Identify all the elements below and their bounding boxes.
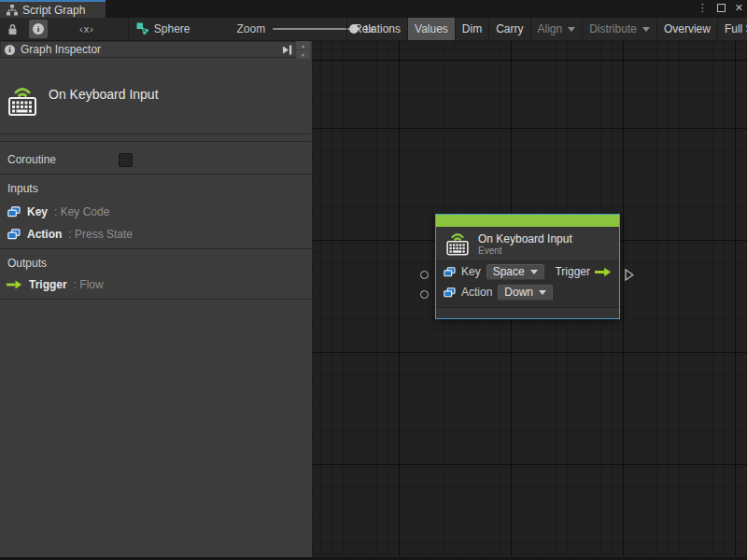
keyboard-event-icon [445, 231, 470, 257]
node-subtitle: Event [478, 245, 572, 256]
overview-button[interactable]: Overview [657, 18, 718, 40]
inspector-scroller: ▲ ▼ [296, 41, 310, 59]
coroutine-row: Coroutine [0, 146, 313, 174]
info-icon: i [5, 45, 15, 55]
event-title-section: On Keyboard Input [0, 60, 313, 142]
flow-arrow-icon [7, 280, 22, 289]
button-label: Full Screen [725, 22, 747, 35]
event-accent-strip [436, 215, 619, 227]
trigger-output[interactable]: Trigger [555, 265, 612, 278]
zoom-slider[interactable] [273, 28, 355, 30]
input-port-row: Key : Key Code [0, 202, 313, 222]
button-label: Carry [496, 22, 523, 35]
key-port-label: Key [461, 265, 481, 278]
graph-inspector-title: Graph Inspector [21, 43, 276, 56]
node-port-rows: Key Space Trigger Actio [436, 261, 619, 307]
coroutine-checkbox[interactable] [119, 153, 133, 167]
divider [0, 174, 313, 175]
node-header[interactable]: On Keyboard Input Event [436, 227, 619, 261]
input-port-row: Action : Press State [0, 224, 313, 245]
tab-script-graph[interactable]: Script Graph [0, 0, 106, 18]
key-dropdown[interactable]: Space [486, 264, 544, 280]
port-type: : Key Code [54, 205, 109, 218]
button-label: Values [415, 22, 448, 35]
action-dropdown-value: Down [504, 286, 533, 299]
inputs-heading: Inputs [7, 182, 38, 195]
port-name: Trigger [29, 278, 67, 291]
close-icon[interactable]: ✕ [735, 2, 743, 14]
divider [0, 299, 313, 300]
port-name: Action [27, 228, 62, 241]
button-label: Distribute [589, 22, 637, 35]
tab-label: Script Graph [22, 4, 85, 17]
action-port-row: Action Down [436, 282, 619, 302]
key-port-row: Key Space Trigger [436, 261, 619, 282]
value-port-icon [444, 267, 456, 277]
port-name: Key [27, 205, 48, 218]
button-label: Relations [354, 22, 401, 35]
toolbar-separator [128, 18, 129, 40]
distribute-button[interactable]: Distribute [583, 18, 657, 40]
value-port-icon [7, 229, 21, 240]
action-port-label: Action [461, 286, 492, 299]
graph-hierarchy-icon [7, 5, 18, 16]
flow-arrow-icon [595, 267, 612, 277]
toolbar-buttons: Relations Values Dim Carry Align Distrib… [346, 18, 747, 40]
event-title: On Keyboard Input [49, 87, 159, 102]
scroll-down-button[interactable]: ▼ [296, 50, 310, 59]
value-port-icon [7, 206, 21, 217]
toolbar-left: i ‹x› Sphere Zoom [0, 18, 374, 40]
dim-button[interactable]: Dim [456, 18, 489, 40]
port-type: : Press State [68, 228, 133, 241]
chevron-down-icon [568, 27, 575, 32]
window-controls: ⋮ ✕ [698, 0, 743, 16]
graph-target-button[interactable]: Sphere [133, 20, 194, 38]
carry-button[interactable]: Carry [489, 18, 530, 40]
maximize-icon[interactable] [717, 4, 726, 12]
keyboard-event-icon [7, 84, 37, 118]
inputs-heading-row: Inputs [0, 177, 313, 200]
menu-icon[interactable]: ⋮ [698, 2, 708, 14]
lock-button[interactable] [4, 20, 21, 38]
graph-toolbar: i ‹x› Sphere Zoom [0, 18, 747, 41]
info-icon: i [33, 23, 44, 35]
graph-inspector-header: i Graph Inspector [0, 41, 297, 58]
inspector-toggle-button[interactable]: i [29, 20, 48, 38]
dock-panel-icon[interactable] [282, 45, 292, 55]
on-keyboard-input-node[interactable]: On Keyboard Input Event Key Space Trigge… [435, 214, 620, 319]
trigger-label: Trigger [555, 265, 590, 278]
code-icon: ‹x› [79, 23, 94, 35]
tab-bar: Script Graph ⋮ ✕ [0, 0, 747, 18]
chevron-down-icon [642, 27, 650, 32]
script-graph-asset-icon [136, 22, 149, 35]
values-button[interactable]: Values [408, 18, 456, 40]
button-label: Overview [664, 22, 711, 35]
scroll-up-button[interactable]: ▲ [296, 41, 310, 49]
script-graph-window: Script Graph ⋮ ✕ i ‹x› [0, 0, 747, 560]
graph-inspector-panel: i Graph Inspector ▲ ▼ On Keyboa [0, 41, 313, 557]
outputs-heading: Outputs [7, 257, 47, 270]
zoom-label: Zoom [237, 22, 266, 35]
chevron-down-icon [530, 270, 538, 274]
graph-target-label: Sphere [154, 22, 190, 35]
divider [0, 133, 313, 134]
chevron-down-icon [539, 290, 546, 295]
node-footer [436, 307, 619, 318]
output-port-row: Trigger : Flow [0, 274, 313, 295]
value-port-icon [444, 287, 456, 298]
align-button[interactable]: Align [531, 18, 584, 40]
button-label: Align [538, 22, 563, 35]
relations-button[interactable]: Relations [346, 18, 408, 40]
full-screen-button[interactable]: Full Screen [718, 18, 747, 40]
code-view-button[interactable]: ‹x› [76, 20, 98, 38]
port-type: : Flow [74, 278, 104, 291]
outputs-heading-row: Outputs [0, 252, 313, 274]
lock-icon [7, 23, 18, 35]
action-dropdown[interactable]: Down [498, 285, 553, 301]
divider [0, 248, 313, 249]
node-title: On Keyboard Input [478, 232, 572, 245]
action-input-port-connector[interactable] [420, 290, 429, 299]
button-label: Dim [462, 22, 482, 35]
key-input-port-connector[interactable] [420, 271, 429, 279]
trigger-output-port-connector[interactable] [625, 269, 634, 281]
